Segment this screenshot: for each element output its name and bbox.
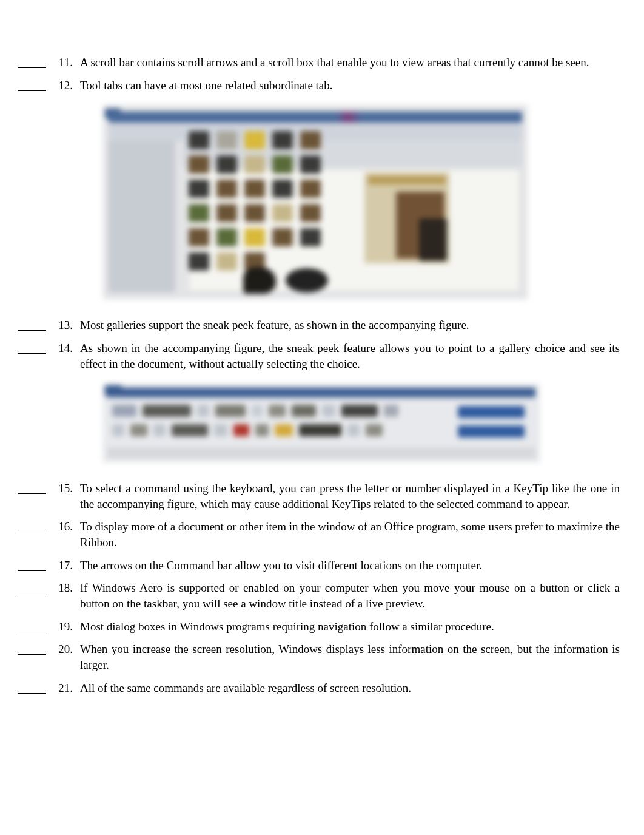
question-number: 17. (51, 558, 80, 573)
question-item: 12. Tool tabs can have at most one relat… (18, 78, 620, 93)
question-text: If Windows Aero is supported or enabled … (80, 580, 620, 611)
question-number: 16. (51, 519, 80, 535)
question-item: 20. When you increase the screen resolut… (18, 641, 620, 672)
figure-image (103, 105, 528, 299)
answer-blank[interactable] (18, 483, 46, 494)
question-text: As shown in the accompanying figure, the… (80, 340, 620, 371)
question-number: 15. (51, 481, 80, 496)
question-text: When you increase the screen resolution,… (80, 641, 620, 672)
question-text: To select a command using the keyboard, … (80, 481, 620, 512)
figure-gallery-preview (103, 105, 528, 299)
answer-blank[interactable] (18, 683, 46, 694)
question-text: Tool tabs can have at most one related s… (80, 78, 620, 93)
answer-blank[interactable] (18, 583, 46, 593)
question-item: 21. All of the same commands are availab… (18, 680, 620, 696)
figure-image (103, 384, 540, 462)
question-text: All of the same commands are available r… (80, 680, 620, 696)
question-item: 18. If Windows Aero is supported or enab… (18, 580, 620, 611)
question-number: 12. (51, 78, 80, 93)
answer-blank[interactable] (18, 57, 46, 68)
question-text: The arrows on the Command bar allow you … (80, 558, 620, 573)
question-item: 16. To display more of a document or oth… (18, 519, 620, 550)
question-number: 21. (51, 680, 80, 696)
question-number: 18. (51, 580, 80, 596)
question-text: To display more of a document or other i… (80, 519, 620, 550)
question-number: 11. (51, 55, 80, 70)
question-item: 14. As shown in the accompanying figure,… (18, 340, 620, 371)
question-item: 17. The arrows on the Command bar allow … (18, 558, 620, 573)
question-text: Most galleries support the sneak peek fe… (80, 317, 620, 333)
answer-blank[interactable] (18, 320, 46, 331)
answer-blank[interactable] (18, 560, 46, 571)
answer-blank[interactable] (18, 80, 46, 91)
question-number: 14. (51, 340, 80, 356)
question-item: 11. A scroll bar contains scroll arrows … (18, 55, 620, 70)
answer-blank[interactable] (18, 644, 46, 655)
question-number: 19. (51, 619, 80, 635)
answer-blank[interactable] (18, 621, 46, 632)
figure-keytips-ribbon (103, 384, 540, 462)
question-text: A scroll bar contains scroll arrows and … (80, 55, 620, 70)
question-number: 20. (51, 641, 80, 657)
question-item: 15. To select a command using the keyboa… (18, 481, 620, 512)
question-item: 13. Most galleries support the sneak pee… (18, 317, 620, 333)
answer-blank[interactable] (18, 521, 46, 532)
question-number: 13. (51, 317, 80, 333)
answer-blank[interactable] (18, 343, 46, 354)
question-item: 19. Most dialog boxes in Windows program… (18, 619, 620, 635)
question-text: Most dialog boxes in Windows programs re… (80, 619, 620, 635)
